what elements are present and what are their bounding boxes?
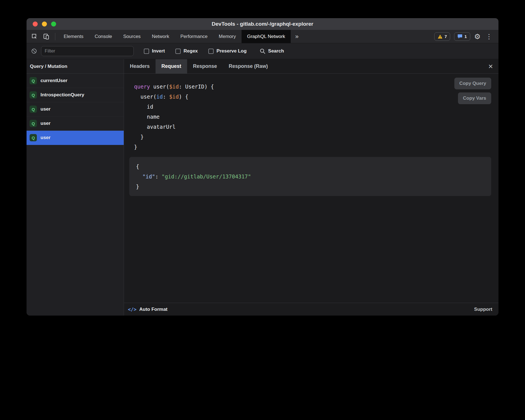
search-icon	[259, 48, 266, 54]
checkbox-label: Preserve Log	[216, 48, 247, 54]
query-code-token: query	[134, 83, 150, 90]
checkbox-preserve-log[interactable]: Preserve Log	[208, 48, 247, 54]
clear-requests-button[interactable]	[31, 48, 37, 54]
devtools-tabbar: ElementsConsoleSourcesNetworkPerformance…	[27, 30, 498, 43]
warning-count: 7	[445, 34, 447, 39]
query-code-token: }	[134, 134, 144, 140]
support-link[interactable]: Support	[474, 307, 492, 312]
zoom-window-button[interactable]	[51, 22, 56, 27]
query-code-token: name	[134, 114, 160, 120]
code-format-icon: </>	[128, 307, 137, 312]
devtools-tabs: ElementsConsoleSourcesNetworkPerformance…	[58, 30, 291, 43]
query-code-token: ) {	[179, 94, 188, 100]
query-code-token: $id	[169, 83, 179, 90]
query-list-item-user[interactable]: Quser	[27, 131, 124, 145]
query-code-line: user(id: $id) {	[134, 92, 498, 102]
request-variables-box: { "id": "gid://gitlab/User/13704317"}	[129, 157, 491, 196]
detail-tab-request[interactable]: Request	[156, 59, 187, 73]
request-detail-panel: HeadersRequestResponseResponse (Raw) × C…	[124, 59, 498, 316]
device-toolbar-button[interactable]	[40, 30, 52, 43]
query-code-token: user(	[150, 83, 169, 90]
devtools-tab-memory[interactable]: Memory	[213, 30, 241, 43]
devtools-tab-performance[interactable]: Performance	[175, 30, 213, 43]
checkbox-label: Invert	[152, 48, 165, 54]
detail-tabbar: HeadersRequestResponseResponse (Raw) ×	[124, 59, 498, 74]
query-code-token: avatarUrl	[134, 124, 176, 130]
block-icon	[31, 48, 37, 54]
inspect-element-button[interactable]	[29, 30, 40, 43]
request-variables-code: { "id": "gid://gitlab/User/13704317"}	[136, 161, 485, 192]
detail-tab-response[interactable]: Response	[187, 59, 223, 73]
warning-triangle-icon	[438, 34, 443, 39]
detail-tab-response-raw[interactable]: Response (Raw)	[223, 59, 274, 73]
filter-input[interactable]	[41, 46, 134, 56]
devtools-tab-graphql-network[interactable]: GraphQL Network	[242, 30, 291, 43]
settings-gear-button[interactable]: ⚙	[474, 33, 481, 40]
query-list-item-currentuser[interactable]: QcurrentUser	[27, 74, 124, 88]
query-type-badge-icon: Q	[30, 106, 37, 113]
query-list-item-user[interactable]: Quser	[27, 102, 124, 116]
query-list-item-user[interactable]: Quser	[27, 116, 124, 131]
devtools-tab-console[interactable]: Console	[89, 30, 118, 43]
window-title: DevTools - gitlab.com/-/graphql-explorer	[27, 21, 498, 27]
checkbox-label: Regex	[183, 48, 198, 54]
query-type-badge-icon: Q	[30, 77, 37, 84]
minimize-window-button[interactable]	[42, 22, 47, 27]
variables-code-token	[136, 173, 142, 180]
warnings-badge[interactable]: 7	[434, 32, 450, 41]
query-code-token: user(	[134, 94, 156, 100]
query-list-item-introspectionquery[interactable]: QIntrospectionQuery	[27, 88, 124, 102]
messages-badge[interactable]: 1	[454, 32, 470, 41]
detail-tab-headers[interactable]: Headers	[124, 59, 156, 73]
chat-bubble-icon	[457, 34, 462, 39]
devtools-menu-button[interactable]: ⋮	[485, 33, 493, 40]
checkbox-box-regex[interactable]	[175, 49, 181, 54]
query-code-line: }	[134, 142, 498, 152]
query-name: user	[40, 106, 51, 112]
search-toggle[interactable]: Search	[259, 48, 284, 54]
checkbox-invert[interactable]: Invert	[144, 48, 165, 54]
search-label: Search	[268, 48, 284, 54]
query-list-panel: Query / Mutation QcurrentUserQIntrospect…	[27, 59, 124, 316]
query-code-line: name	[134, 112, 498, 122]
query-list-header: Query / Mutation	[27, 59, 124, 74]
copy-vars-button[interactable]: Copy Vars	[458, 92, 491, 104]
variables-code-token: }	[136, 183, 139, 190]
query-name: user	[40, 121, 51, 126]
close-window-button[interactable]	[33, 22, 38, 27]
copy-query-button[interactable]: Copy Query	[454, 78, 491, 89]
checkbox-box-invert[interactable]	[144, 49, 149, 54]
checkbox-box-preserve-log[interactable]	[208, 49, 214, 54]
tabbar-right-cluster: 7 1 ⚙ ⋮	[434, 32, 498, 41]
toolbar-divider	[55, 33, 55, 40]
query-code-line: }	[134, 132, 498, 142]
detail-footer: </> Auto Format Support	[124, 303, 498, 316]
devtools-window: DevTools - gitlab.com/-/graphql-explorer…	[27, 18, 498, 316]
detail-tabs-list: HeadersRequestResponseResponse (Raw)	[124, 59, 274, 73]
variables-code-line: }	[136, 182, 485, 192]
main-split: Query / Mutation QcurrentUserQIntrospect…	[27, 59, 498, 316]
filter-toolbar: InvertRegexPreserve Log Search	[27, 43, 498, 59]
traffic-lights	[27, 22, 56, 27]
devtools-tab-sources[interactable]: Sources	[118, 30, 146, 43]
more-tabs-button[interactable]: »	[291, 33, 303, 40]
query-code-line: avatarUrl	[134, 122, 498, 132]
toolbar-checkboxes: InvertRegexPreserve Log	[144, 48, 247, 54]
devtools-tab-network[interactable]: Network	[146, 30, 175, 43]
devtools-tab-elements[interactable]: Elements	[58, 30, 89, 43]
query-name: currentUser	[40, 78, 67, 83]
query-name: user	[40, 135, 51, 140]
query-code-token: id	[156, 94, 163, 100]
copy-buttons: Copy Query Copy Vars	[454, 78, 491, 104]
query-code-token: }	[134, 144, 137, 150]
variables-code-token: "gid://gitlab/User/13704317"	[162, 173, 251, 180]
close-detail-button[interactable]: ×	[488, 63, 493, 70]
device-toolbar-icon	[43, 33, 50, 40]
query-code-line: id	[134, 102, 498, 112]
checkbox-regex[interactable]: Regex	[175, 48, 198, 54]
variables-code-token: :	[155, 173, 162, 180]
query-code-token: $id	[169, 94, 179, 100]
auto-format-button[interactable]: Auto Format	[139, 307, 168, 312]
inspect-cursor-icon	[31, 33, 38, 40]
request-query-code: query user($id: UserID) { user(id: $id) …	[124, 74, 498, 152]
